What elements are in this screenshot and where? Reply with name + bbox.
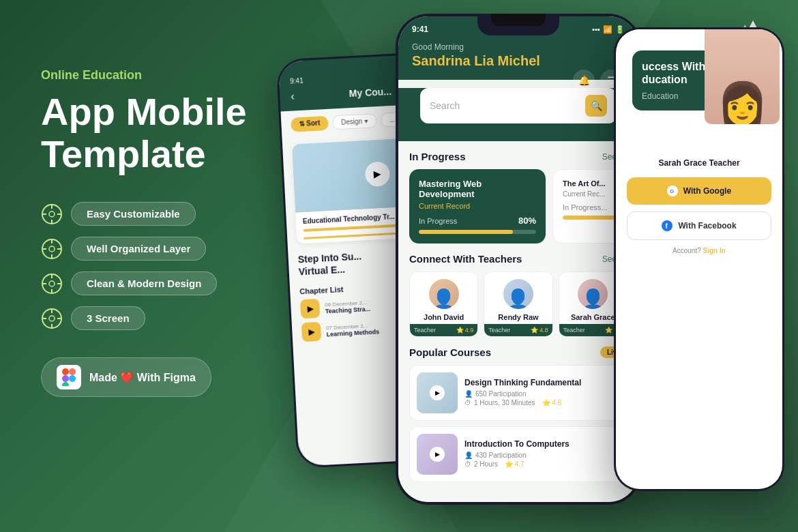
play-button-1[interactable]: ▶: [430, 385, 445, 400]
made-with-figma: Made ❤️ With Figma: [41, 357, 211, 397]
teacher-name-label: Sarah Grace Teacher: [627, 158, 771, 168]
progress-fill-2: [563, 216, 621, 220]
svg-point-19: [49, 316, 55, 321]
teacher-avatar-rendy: 👤: [503, 279, 533, 309]
phone-header: Good Morning Sandrina Lia Michel 🔔 ☰: [398, 37, 638, 80]
search-container: Search 🔍: [398, 88, 638, 141]
popular-course-2[interactable]: ▶ Introduction To Computers 👤 430 Partic…: [409, 426, 627, 482]
in-progress-header: In Progress See All: [409, 151, 627, 162]
course-progress-fill: [304, 224, 404, 232]
teachers-row: 👤 John David Teacher ⭐ 4.9 👤 Rendy Raw: [409, 271, 627, 337]
features-list: Easy Customizable Well Organized Layer: [41, 202, 247, 330]
signin-link[interactable]: Sign In: [703, 247, 726, 254]
course-info-2: Introduction To Computers 👤 430 Particip…: [464, 439, 570, 469]
feature-screens: 3 Screen: [41, 306, 247, 330]
feature-icon-screens: [41, 308, 63, 329]
svg-rect-26: [62, 375, 69, 382]
facebook-icon: f: [662, 220, 673, 231]
progress-bar-1: [419, 230, 536, 234]
phone-body: In Progress See All Mastering Web Develo…: [398, 141, 638, 502]
signin-section: Sarah Grace Teacher G With Google f With…: [616, 158, 782, 254]
teacher-image-area: 👩: [705, 29, 780, 124]
svg-point-13: [49, 281, 55, 286]
popular-course-1[interactable]: ▶ Design Thinking Fundamental 👤 650 Part…: [409, 365, 627, 421]
teacher-rating-rendy: ⭐ 4.8: [531, 327, 548, 334]
feature-icon-easy: [41, 203, 63, 225]
feature-modern: Clean & Modern Design: [41, 271, 247, 295]
progress-cards: Mastering Web Development Current Record…: [409, 169, 627, 243]
progress-row-1: In Progress 80%: [419, 216, 536, 226]
teacher-rating-john: ⭐ 4.9: [456, 327, 474, 334]
success-section: uccess With ducation Education 👩: [624, 50, 774, 110]
svg-text:G: G: [670, 188, 674, 194]
chapter-icon-1: ▶: [300, 299, 320, 319]
svg-point-28: [69, 375, 76, 382]
teacher-avatar-sarah: 👤: [578, 279, 608, 309]
signin-footer: Account? Sign In: [627, 247, 771, 254]
facebook-signin-button[interactable]: f With Facebook: [627, 211, 771, 240]
phone-notch: [477, 14, 559, 35]
feature-organized: Well Organized Layer: [41, 237, 247, 261]
google-signin-button[interactable]: G With Google: [627, 177, 771, 205]
google-icon: G: [667, 186, 678, 196]
popular-courses-header: Popular Courses Live: [409, 346, 627, 358]
teacher-badge-john: Teacher ⭐ 4.9: [410, 324, 477, 336]
filter-sort[interactable]: ⇅ Sort: [291, 116, 329, 132]
left-content: Online Education App Mobile Template Eas…: [41, 68, 247, 397]
svg-point-7: [49, 246, 55, 252]
course-info-1: Design Thinking Fundamental 👤 650 Partic…: [464, 378, 581, 408]
app-title: App Mobile Template: [41, 91, 247, 175]
progress-card-1: Mastering Web Development Current Record…: [409, 169, 546, 243]
course-thumb-1: ▶: [417, 372, 458, 413]
phone-right: ▪▪ 📶 🔋 uccess With ducation Education 👩: [614, 27, 784, 491]
feature-icon-organized: [41, 238, 63, 260]
teachers-header: Connect With Teachers See All: [409, 253, 627, 265]
teacher-badge-rendy: Teacher ⭐ 4.8: [484, 324, 552, 336]
svg-point-1: [49, 211, 55, 217]
phone-main: 9:41 ▪▪▪ 📶 🔋 Good Morning Sandrina Lia M…: [396, 14, 641, 505]
feature-screens-label: 3 Screen: [71, 306, 145, 330]
course-meta-duration: ⏱ 1 Hours, 30 Minutes ⭐ 4.8: [464, 399, 581, 407]
phone-status-icons: ▪▪▪ 📶 🔋: [592, 25, 625, 34]
play-button-2[interactable]: ▶: [430, 447, 445, 462]
feature-organized-label: Well Organized Layer: [71, 237, 206, 261]
course-meta-participation: 👤 650 Participation: [464, 390, 581, 398]
phone-right-screen: ▪▪ 📶 🔋 uccess With ducation Education 👩: [616, 29, 782, 489]
course-meta-duration-2: ⏱ 2 Hours ⭐ 4.7: [464, 460, 570, 468]
filter-design[interactable]: Design ▾: [332, 113, 377, 130]
bell-icon[interactable]: 🔔: [573, 70, 595, 91]
feature-easy: Easy Customizable: [41, 202, 247, 226]
course-thumb-2: ▶: [417, 434, 458, 475]
chapter-icon-2: ▶: [301, 322, 321, 342]
made-with-text: Made ❤️ With Figma: [89, 371, 196, 384]
app-subtitle: Online Education: [41, 68, 247, 83]
teacher-avatar-john: 👤: [429, 279, 459, 309]
feature-easy-label: Easy Customizable: [71, 202, 196, 226]
search-button[interactable]: 🔍: [585, 95, 607, 117]
search-bar[interactable]: Search 🔍: [420, 88, 617, 123]
teacher-card-rendy: 👤 Rendy Raw Teacher ⭐ 4.8: [484, 271, 552, 337]
phone-main-screen: 9:41 ▪▪▪ 📶 🔋 Good Morning Sandrina Lia M…: [398, 16, 638, 502]
teacher-card-john: 👤 John David Teacher ⭐ 4.9: [409, 271, 478, 337]
svg-rect-25: [69, 368, 76, 375]
progress-fill-1: [419, 230, 513, 234]
svg-rect-24: [62, 368, 69, 375]
figma-icon: [57, 365, 81, 389]
phones-container: 9:41 ▪▪▪ 📶 🔋 ‹ My Cou... ⋯ ⇅ Sort Design…: [286, 0, 798, 532]
feature-modern-label: Clean & Modern Design: [71, 271, 217, 295]
svg-rect-27: [62, 382, 69, 386]
feature-icon-modern: [41, 273, 63, 295]
course-meta-participation-2: 👤 430 Participation: [464, 452, 570, 459]
